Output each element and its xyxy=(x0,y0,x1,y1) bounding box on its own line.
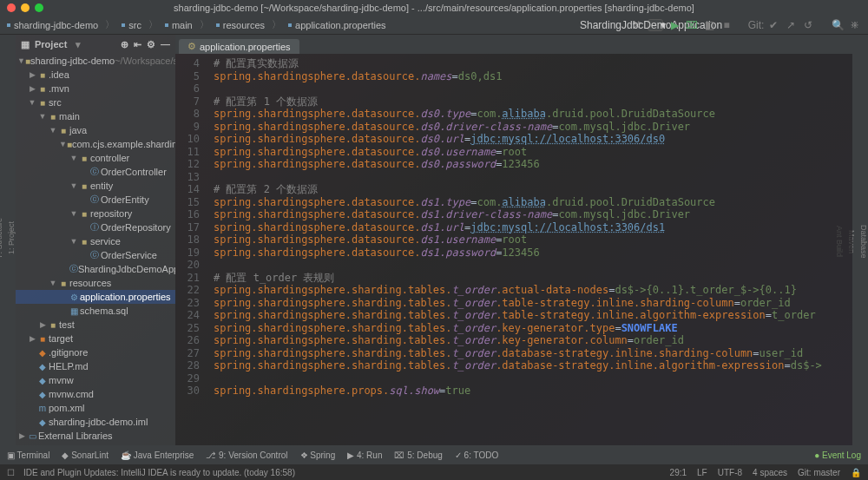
line-number[interactable]: 14 xyxy=(175,183,207,196)
bottom-tool-button[interactable]: ✓ 6: TODO xyxy=(455,450,498,460)
stop-icon[interactable]: ■ xyxy=(720,19,733,31)
bottom-tool-button[interactable]: ⎇ 9: Version Control xyxy=(206,450,287,460)
code-line[interactable]: # 配置 t_order 表规则 xyxy=(214,272,852,285)
line-number[interactable]: 6 xyxy=(175,82,207,95)
expand-arrow-icon[interactable]: ▼ xyxy=(38,112,47,121)
editor-tab-application-properties[interactable]: ⚙ application.properties xyxy=(179,39,299,54)
tree-node[interactable]: ⓒ OrderEntity xyxy=(16,193,175,207)
line-number[interactable]: 12 xyxy=(175,158,207,171)
code-line[interactable]: spring.shardingsphere.sharding.tables.t_… xyxy=(214,309,852,322)
tree-node[interactable]: ▼■ main xyxy=(16,109,175,123)
line-number[interactable]: 16 xyxy=(175,208,207,221)
gear-icon[interactable]: ⚙ xyxy=(147,39,155,50)
tree-node[interactable]: Ⓘ OrderRepository xyxy=(16,220,175,234)
line-number[interactable]: 23 xyxy=(175,297,207,310)
tree-node[interactable]: ▼■ entity xyxy=(16,179,175,193)
tree-node[interactable]: ⓒ OrderController xyxy=(16,165,175,179)
code-line[interactable]: # 配置第 1 个数据源 xyxy=(214,95,852,108)
line-number[interactable]: 10 xyxy=(175,133,207,146)
git-update-icon[interactable]: ✔ xyxy=(767,19,779,31)
line-number[interactable]: 27 xyxy=(175,347,207,360)
code-line[interactable]: spring.shardingsphere.sharding.tables.t_… xyxy=(214,334,852,347)
tree-node[interactable]: ◆ .gitignore xyxy=(16,345,175,359)
event-log-button[interactable]: ● Event Log xyxy=(814,450,861,460)
code-line[interactable]: spring.shardingsphere.props.sql.show=tru… xyxy=(214,385,852,398)
code-line[interactable]: spring.shardingsphere.datasource.ds1.dri… xyxy=(214,208,852,221)
line-number[interactable]: 30 xyxy=(175,385,207,398)
notification-icon[interactable]: ☐ xyxy=(7,468,15,477)
code-line[interactable]: spring.shardingsphere.sharding.tables.t_… xyxy=(214,297,852,310)
search-icon[interactable]: 🔍 xyxy=(832,19,844,31)
expand-arrow-icon[interactable]: ▼ xyxy=(69,209,78,218)
tree-node[interactable]: ▶■ .idea xyxy=(16,68,175,82)
git-history-icon[interactable]: ↺ xyxy=(802,19,814,31)
code-line[interactable]: spring.shardingsphere.datasource.names=d… xyxy=(214,70,852,83)
readonly-lock-icon[interactable]: 🔒 xyxy=(851,468,861,477)
code-line[interactable]: spring.shardingsphere.datasource.ds1.typ… xyxy=(214,196,852,209)
expand-arrow-icon[interactable]: ▶ xyxy=(38,320,47,329)
tree-node[interactable]: ◆ sharding-jdbc-demo.iml xyxy=(16,415,175,429)
bottom-tool-button[interactable]: ❖ Spring xyxy=(300,450,336,460)
line-number-gutter[interactable]: 4567891011121314151617181920212223242526… xyxy=(175,54,207,445)
expand-arrow-icon[interactable]: ▶ xyxy=(28,334,36,343)
tool-window-button[interactable]: Database xyxy=(859,225,868,259)
expand-arrow-icon[interactable]: ▼ xyxy=(59,140,67,148)
tree-node[interactable]: ▼■ repository xyxy=(16,207,175,220)
tree-node[interactable]: ⓒ ShardingJdbcDemoApp xyxy=(16,262,175,276)
run-config-combo[interactable]: ShardingJdbcDemoApplication▾ xyxy=(648,19,663,31)
tree-node[interactable]: ◆ mvnw.cmd xyxy=(16,387,175,401)
project-tree[interactable]: ▼■ sharding-jdbc-demo ~/Workspace/s▶■ .i… xyxy=(16,54,175,445)
run-icon[interactable]: ▶ xyxy=(668,19,681,31)
line-number[interactable]: 13 xyxy=(175,171,207,184)
caret-position[interactable]: 29:1 xyxy=(670,468,687,477)
line-number[interactable]: 26 xyxy=(175,334,207,347)
code-line[interactable] xyxy=(214,171,852,184)
expand-arrow-icon[interactable]: ▼ xyxy=(49,279,57,287)
expand-arrow-icon[interactable]: ▼ xyxy=(69,237,78,246)
expand-arrow-icon[interactable]: ▼ xyxy=(17,56,25,65)
line-number[interactable]: 24 xyxy=(175,309,207,322)
git-branch[interactable]: Git: master xyxy=(798,468,840,477)
code-line[interactable]: spring.shardingsphere.datasource.ds0.pas… xyxy=(214,158,852,171)
indent-setting[interactable]: 4 spaces xyxy=(753,468,787,477)
expand-arrow-icon[interactable]: ▼ xyxy=(69,154,78,162)
tree-node[interactable]: ▼■ service xyxy=(16,234,175,248)
tool-window-button[interactable]: 7: Structure xyxy=(0,218,3,259)
bottom-tool-button[interactable]: ▣ Terminal xyxy=(7,450,49,460)
encoding[interactable]: UTF-8 xyxy=(718,468,742,477)
collapse-icon[interactable]: ⇤ xyxy=(134,39,141,50)
line-number[interactable]: 8 xyxy=(175,108,207,121)
tree-node[interactable]: ◆ HELP.md xyxy=(16,359,175,373)
code-line[interactable]: # 配置第 2 个数据源 xyxy=(214,183,852,196)
code-editor[interactable]: 4567891011121314151617181920212223242526… xyxy=(175,54,852,445)
code-line[interactable]: spring.shardingsphere.sharding.tables.t_… xyxy=(214,347,852,360)
tree-node[interactable]: ✎ Scratches and Consoles xyxy=(16,443,175,445)
line-number[interactable]: 28 xyxy=(175,359,207,372)
tree-node[interactable]: ▼■ src xyxy=(16,95,175,109)
code-line[interactable] xyxy=(214,372,852,385)
bottom-tool-button[interactable]: ☕ Java Enterprise xyxy=(121,450,194,460)
expand-arrow-icon[interactable]: ▶ xyxy=(28,84,36,93)
tree-node[interactable]: ▶■ .mvn xyxy=(16,82,175,95)
line-number[interactable]: 9 xyxy=(175,121,207,134)
tree-node[interactable]: ▦ schema.sql xyxy=(16,304,175,318)
bottom-tool-button[interactable]: ⌧ 5: Debug xyxy=(394,450,442,460)
tree-node[interactable]: m pom.xml xyxy=(16,401,175,415)
target-icon[interactable]: ⊕ xyxy=(121,39,128,50)
code-line[interactable]: spring.shardingsphere.sharding.tables.t_… xyxy=(214,322,852,335)
breadcrumb-item[interactable]: main xyxy=(172,20,193,30)
tree-node[interactable]: ▼■ java xyxy=(16,123,175,137)
line-number[interactable]: 15 xyxy=(175,196,207,209)
tree-node[interactable]: ◆ mvnw xyxy=(16,373,175,387)
breadcrumb-item[interactable]: src xyxy=(128,20,141,30)
coverage-icon[interactable]: ◧ xyxy=(703,19,715,31)
bottom-tool-button[interactable]: ▶ 4: Run xyxy=(347,450,382,460)
tree-node[interactable]: ▼■ resources xyxy=(16,276,175,290)
tree-node[interactable]: ▼■ controller xyxy=(16,151,175,165)
line-number[interactable]: 21 xyxy=(175,272,207,285)
expand-arrow-icon[interactable]: ▶ xyxy=(28,70,36,79)
code-line[interactable] xyxy=(214,82,852,95)
bottom-tool-button[interactable]: ◆ SonarLint xyxy=(62,450,108,460)
code-line[interactable]: spring.shardingsphere.datasource.ds0.dri… xyxy=(214,121,852,134)
line-number[interactable]: 22 xyxy=(175,284,207,297)
